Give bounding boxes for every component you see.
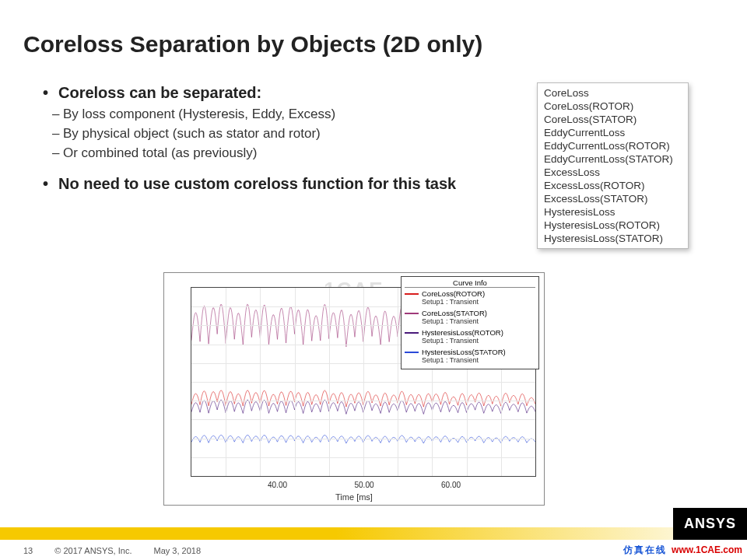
listbox-item[interactable]: ExcessLoss <box>539 166 686 179</box>
listbox-item[interactable]: HysteresisLoss(ROTOR) <box>539 219 686 232</box>
listbox-item[interactable]: HysteresisLoss <box>539 205 686 219</box>
listbox-item[interactable]: ExcessLoss(ROTOR) <box>539 179 686 192</box>
coreloss-chart: 1CAE Curve Info CoreLoss(ROTOR)Setup1 : … <box>163 272 545 506</box>
bullet-1-sub-1: By loss component (Hysteresis, Eddy, Exc… <box>52 107 479 122</box>
x-tick: 50.00 <box>354 481 374 489</box>
legend-entry: CoreLoss(ROTOR)Setup1 : Transient <box>405 289 535 306</box>
x-tick: 60.00 <box>441 481 461 489</box>
legend-entry: CoreLoss(STATOR)Setup1 : Transient <box>405 309 535 326</box>
legend-title: Curve Info <box>405 278 535 288</box>
listbox-item[interactable]: HysteresisLoss(STATOR) <box>539 232 686 245</box>
listbox-item[interactable]: EddyCurrentLoss(STATOR) <box>539 152 686 166</box>
footer-text: 13 © 2017 ANSYS, Inc. May 3, 2018 <box>23 546 201 555</box>
x-tick: 40.00 <box>268 481 287 489</box>
cae-url-text: www.1CAE.com <box>672 544 742 555</box>
ansys-logo: ANSYS <box>673 508 747 540</box>
listbox-item[interactable]: ExcessLoss(STATOR) <box>539 192 686 205</box>
quantity-listbox[interactable]: CoreLossCoreLoss(ROTOR)CoreLoss(STATOR)E… <box>537 82 689 249</box>
x-axis-label: Time [ms] <box>164 492 544 502</box>
slide-title: Coreloss Separation by Objects (2D only) <box>23 31 482 58</box>
footer-accent-bar <box>0 527 747 540</box>
footer-date: May 3, 2018 <box>153 546 201 555</box>
bullet-1-sub-2: By physical object (such as stator and r… <box>52 126 479 142</box>
listbox-item[interactable]: EddyCurrentLoss(ROTOR) <box>539 139 686 152</box>
cae-cn-text: 仿真在线 <box>623 544 667 557</box>
page-number: 13 <box>23 546 33 555</box>
listbox-item[interactable]: CoreLoss(STATOR) <box>539 113 686 126</box>
cae-badge: 仿真在线 www.1CAE.com <box>619 540 747 560</box>
legend-entry: HysteresisLoss(ROTOR)Setup1 : Transient <box>405 328 535 345</box>
content-block: Coreloss can be separated: By loss compo… <box>43 84 479 198</box>
listbox-item[interactable]: EddyCurrentLoss <box>539 126 686 139</box>
listbox-item[interactable]: CoreLoss(ROTOR) <box>539 100 686 113</box>
copyright: © 2017 ANSYS, Inc. <box>54 546 132 555</box>
slide: Coreloss Separation by Objects (2D only)… <box>0 0 747 560</box>
listbox-item[interactable]: CoreLoss <box>539 86 686 100</box>
chart-legend: Curve Info CoreLoss(ROTOR)Setup1 : Trans… <box>401 276 539 369</box>
legend-entry: HysteresisLoss(STATOR)Setup1 : Transient <box>405 348 535 365</box>
bullet-1: Coreloss can be separated: <box>43 84 479 102</box>
bullet-1-sub-3: Or combined total (as previously) <box>52 145 479 161</box>
bullet-2: No need to use custom coreloss function … <box>43 175 479 193</box>
